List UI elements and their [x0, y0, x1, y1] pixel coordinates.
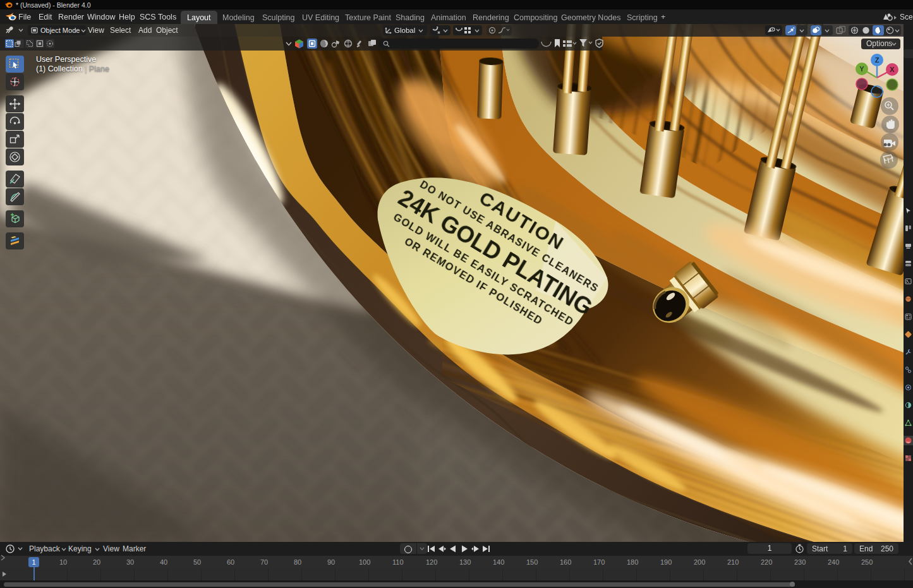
svg-text:X: X [890, 66, 895, 73]
svg-text:Y: Y [859, 65, 864, 73]
svg-text:Z: Z [875, 56, 880, 64]
